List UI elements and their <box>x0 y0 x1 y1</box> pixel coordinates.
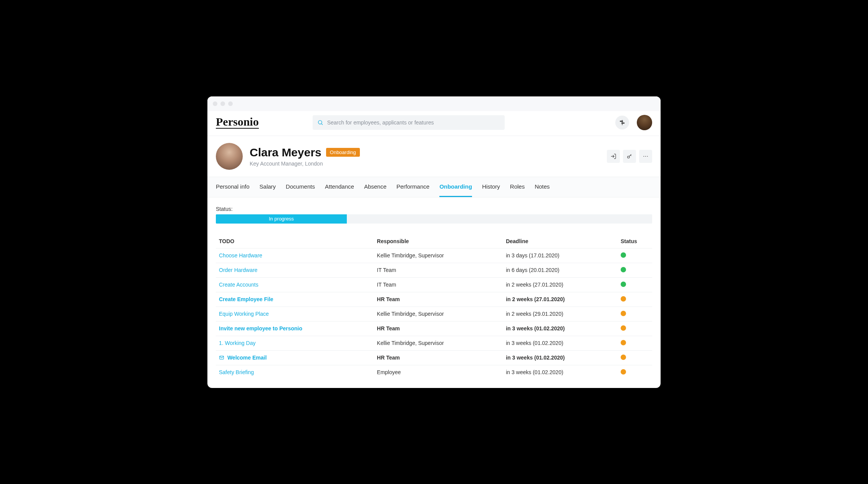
svg-marker-3 <box>620 121 623 122</box>
svg-point-9 <box>647 156 648 157</box>
todo-table: TODO Responsible Deadline Status Choose … <box>216 234 652 380</box>
tab-salary[interactable]: Salary <box>260 177 276 197</box>
window-dot[interactable] <box>213 101 217 106</box>
status-badge: Onboarding <box>326 148 360 157</box>
deadline-cell: in 3 days (17.01.2020) <box>503 248 618 263</box>
responsible-cell: IT Team <box>374 277 503 292</box>
window-dot[interactable] <box>228 101 233 106</box>
status-dot-icon <box>621 325 626 331</box>
profile-actions <box>607 150 652 163</box>
tab-absence[interactable]: Absence <box>364 177 386 197</box>
todo-link[interactable]: Order Hardware <box>216 263 374 277</box>
col-deadline: Deadline <box>503 234 618 249</box>
table-row: 1. Working DayKellie Timbridge, Supervis… <box>216 336 652 350</box>
status-dot-icon <box>621 311 626 316</box>
deadline-cell: in 3 weeks (01.02.2020) <box>503 365 618 380</box>
deadline-cell: in 3 weeks (01.02.2020) <box>503 321 618 336</box>
content: Status: In progress TODO Responsible Dea… <box>207 197 661 388</box>
table-row: Equip Working PlaceKellie Timbridge, Sup… <box>216 307 652 321</box>
todo-link[interactable]: Invite new employee to Personio <box>216 321 374 336</box>
tab-performance[interactable]: Performance <box>396 177 429 197</box>
table-row: Choose HardwareKellie Timbridge, Supervi… <box>216 248 652 263</box>
signpost-icon <box>619 119 625 126</box>
col-status: Status <box>618 234 652 249</box>
deadline-cell: in 6 days (20.01.2020) <box>503 263 618 277</box>
svg-marker-4 <box>621 123 624 124</box>
responsible-cell: IT Team <box>374 263 503 277</box>
responsible-cell: HR Team <box>374 292 503 307</box>
topbar: Personio <box>207 111 661 136</box>
responsible-cell: Kellie Timbridge, Supervisor <box>374 248 503 263</box>
key-button[interactable] <box>623 150 636 163</box>
responsible-cell: HR Team <box>374 321 503 336</box>
tab-documents[interactable]: Documents <box>286 177 315 197</box>
enter-button[interactable] <box>607 150 620 163</box>
status-cell <box>618 336 652 350</box>
status-dot-icon <box>621 340 626 345</box>
tab-attendance[interactable]: Attendance <box>325 177 354 197</box>
dots-icon <box>643 153 649 159</box>
directions-button[interactable] <box>615 116 629 129</box>
status-dot-icon <box>621 369 626 375</box>
svg-line-1 <box>321 124 323 125</box>
col-responsible: Responsible <box>374 234 503 249</box>
todo-link[interactable]: Create Employee File <box>216 292 374 307</box>
status-cell <box>618 292 652 307</box>
user-avatar[interactable] <box>637 115 652 130</box>
tab-personal-info[interactable]: Personal info <box>216 177 250 197</box>
responsible-cell: Employee <box>374 365 503 380</box>
employee-avatar[interactable] <box>216 143 243 170</box>
deadline-cell: in 3 weeks (01.02.2020) <box>503 336 618 350</box>
todo-link[interactable]: Choose Hardware <box>216 248 374 263</box>
tabs: Personal infoSalaryDocumentsAttendanceAb… <box>207 177 661 197</box>
window-titlebar <box>207 96 661 111</box>
status-cell <box>618 307 652 321</box>
app-window: Personio Clara Meyers Onboarding Key Acc… <box>207 96 661 388</box>
login-icon <box>610 153 616 159</box>
search-input[interactable] <box>327 119 500 126</box>
progress-text: In progress <box>269 216 294 222</box>
table-row: Welcome EmailHR Teamin 3 weeks (01.02.20… <box>216 350 652 365</box>
search-box[interactable] <box>313 115 505 130</box>
tab-onboarding[interactable]: Onboarding <box>439 177 472 197</box>
status-dot-icon <box>621 252 626 258</box>
table-row: Invite new employee to PersonioHR Teamin… <box>216 321 652 336</box>
window-dot[interactable] <box>220 101 225 106</box>
profile-header: Clara Meyers Onboarding Key Account Mana… <box>207 136 661 177</box>
col-todo: TODO <box>216 234 374 249</box>
deadline-cell: in 2 weeks (29.01.2020) <box>503 307 618 321</box>
table-row: Order HardwareIT Teamin 6 days (20.01.20… <box>216 263 652 277</box>
svg-point-7 <box>643 156 644 157</box>
progress-fill: In progress <box>216 214 347 224</box>
profile-info: Clara Meyers Onboarding Key Account Mana… <box>250 146 360 167</box>
deadline-cell: in 2 weeks (27.01.2020) <box>503 292 618 307</box>
todo-link[interactable]: Create Accounts <box>216 277 374 292</box>
status-cell <box>618 277 652 292</box>
svg-point-8 <box>645 156 646 157</box>
responsible-cell: Kellie Timbridge, Supervisor <box>374 336 503 350</box>
svg-point-0 <box>318 120 321 124</box>
employee-name: Clara Meyers <box>250 146 321 159</box>
status-cell <box>618 248 652 263</box>
todo-link[interactable]: Welcome Email <box>216 350 374 365</box>
key-icon <box>626 153 633 159</box>
status-dot-icon <box>621 355 626 360</box>
tab-notes[interactable]: Notes <box>535 177 550 197</box>
brand-logo[interactable]: Personio <box>216 116 259 129</box>
status-cell <box>618 350 652 365</box>
todo-link[interactable]: Safety Briefing <box>216 365 374 380</box>
status-cell <box>618 365 652 380</box>
status-cell <box>618 321 652 336</box>
tab-history[interactable]: History <box>482 177 500 197</box>
status-label: Status: <box>216 206 652 212</box>
todo-link[interactable]: 1. Working Day <box>216 336 374 350</box>
progress-bar: In progress <box>216 214 652 224</box>
responsible-cell: Kellie Timbridge, Supervisor <box>374 307 503 321</box>
employee-subtitle: Key Account Manager, London <box>250 161 360 167</box>
more-button[interactable] <box>639 150 652 163</box>
tab-roles[interactable]: Roles <box>510 177 525 197</box>
responsible-cell: HR Team <box>374 350 503 365</box>
table-row: Create Employee FileHR Teamin 2 weeks (2… <box>216 292 652 307</box>
todo-link[interactable]: Equip Working Place <box>216 307 374 321</box>
mail-icon <box>219 355 224 360</box>
